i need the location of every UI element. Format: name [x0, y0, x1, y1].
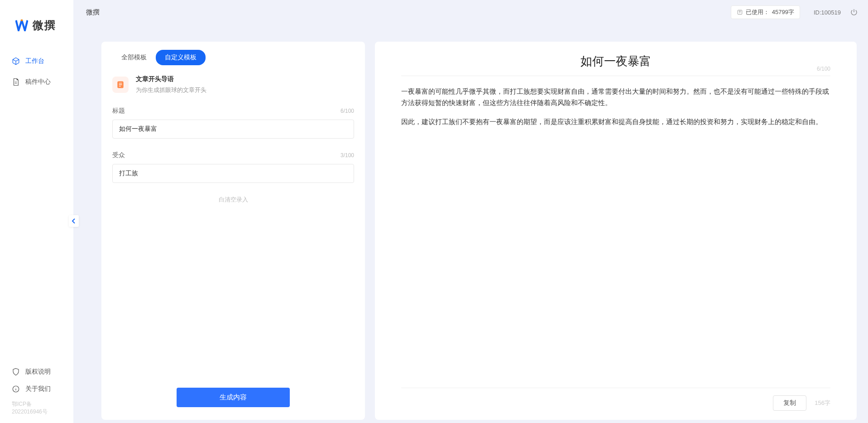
usage-label: 已使用： — [746, 8, 769, 16]
shield-icon — [12, 368, 20, 376]
usage-value: 45799字 — [772, 8, 794, 16]
usage-badge[interactable]: 已使用： 45799字 — [731, 5, 800, 19]
template-row: 文章开头导语 为你生成抓眼球的文章开头 — [112, 75, 354, 94]
sidebar-collapse-handle[interactable] — [69, 215, 79, 227]
tab-custom-templates[interactable]: 自定义模板 — [156, 50, 206, 65]
field-label: 受众 — [112, 151, 125, 159]
right-footer: 复制 156字 — [401, 388, 830, 411]
doc-body[interactable]: 一夜暴富的可能性几乎微乎其微，而打工族想要实现财富自由，通常需要付出大量的时间和… — [401, 86, 830, 135]
logo-text: 微撰 — [33, 18, 56, 33]
power-icon[interactable] — [850, 8, 858, 16]
document-icon — [12, 78, 20, 86]
field-title: 标题 6/100 — [112, 107, 354, 139]
nav-item-label: 工作台 — [25, 57, 44, 65]
field-audience: 受众 3/100 — [112, 151, 354, 183]
template-icon — [112, 77, 129, 93]
logo: 微撰 — [0, 0, 73, 46]
nav-item-workspace[interactable]: 工作台 — [0, 51, 73, 72]
panel-left: 全部模板 自定义模板 文章开头导语 为你生成抓眼球的文章开头 标题 6/100 … — [101, 42, 365, 420]
nav-item-about[interactable]: 关于我们 — [0, 380, 73, 398]
panel-right: 如何一夜暴富 6/100 一夜暴富的可能性几乎微乎其微，而打工族想要实现财富自由… — [375, 42, 857, 420]
word-count: 156字 — [815, 399, 830, 407]
audience-input[interactable] — [112, 164, 354, 183]
content: 全部模板 自定义模板 文章开头导语 为你生成抓眼球的文章开头 标题 6/100 … — [101, 42, 857, 420]
template-info: 文章开头导语 为你生成抓眼球的文章开头 — [136, 75, 206, 94]
paragraph: 因此，建议打工族们不要抱有一夜暴富的期望，而是应该注重积累财富和提高自身技能，通… — [401, 116, 830, 128]
file-icon — [116, 80, 125, 89]
generate-button[interactable]: 生成内容 — [177, 388, 290, 407]
header: 微撰 已使用： 45799字 ID:100519 — [73, 0, 868, 24]
doc-title[interactable]: 如何一夜暴富 — [401, 53, 830, 69]
tabs: 全部模板 自定义模板 — [112, 50, 354, 65]
template-desc: 为你生成抓眼球的文章开头 — [136, 86, 206, 94]
user-id: ID:100519 — [814, 9, 841, 16]
doc-title-row: 如何一夜暴富 6/100 — [401, 53, 830, 76]
nav-item-label: 稿件中心 — [25, 78, 51, 86]
page-title: 微撰 — [86, 8, 100, 17]
paragraph: 一夜暴富的可能性几乎微乎其微，而打工族想要实现财富自由，通常需要付出大量的时间和… — [401, 86, 830, 109]
copy-button[interactable]: 复制 — [773, 395, 806, 411]
nav-item-copyright[interactable]: 版权说明 — [0, 363, 73, 380]
logo-icon — [15, 19, 28, 31]
nav-item-label: 版权说明 — [25, 368, 51, 376]
clear-inputs[interactable]: 白清空录入 — [112, 196, 354, 204]
cube-icon — [12, 57, 20, 65]
text-icon — [737, 9, 743, 15]
field-count: 6/100 — [340, 108, 354, 114]
title-input[interactable] — [112, 120, 354, 139]
nav-item-label: 关于我们 — [25, 385, 51, 393]
icp-text: 鄂ICP备2022016946号 — [0, 398, 73, 418]
sidebar-bottom: 版权说明 关于我们 鄂ICP备2022016946号 — [0, 363, 73, 423]
info-icon — [12, 385, 20, 393]
tab-all-templates[interactable]: 全部模板 — [112, 50, 156, 65]
field-count: 3/100 — [340, 152, 354, 159]
sidebar: 微撰 工作台 稿件中心 版权说明 关于我们 鄂ICP备2022016946号 — [0, 0, 73, 423]
nav: 工作台 稿件中心 — [0, 46, 73, 363]
doc-title-count: 6/100 — [817, 66, 830, 72]
chevron-left-icon — [72, 218, 76, 224]
template-title: 文章开头导语 — [136, 75, 206, 83]
field-label: 标题 — [112, 107, 125, 115]
nav-item-drafts[interactable]: 稿件中心 — [0, 72, 73, 92]
